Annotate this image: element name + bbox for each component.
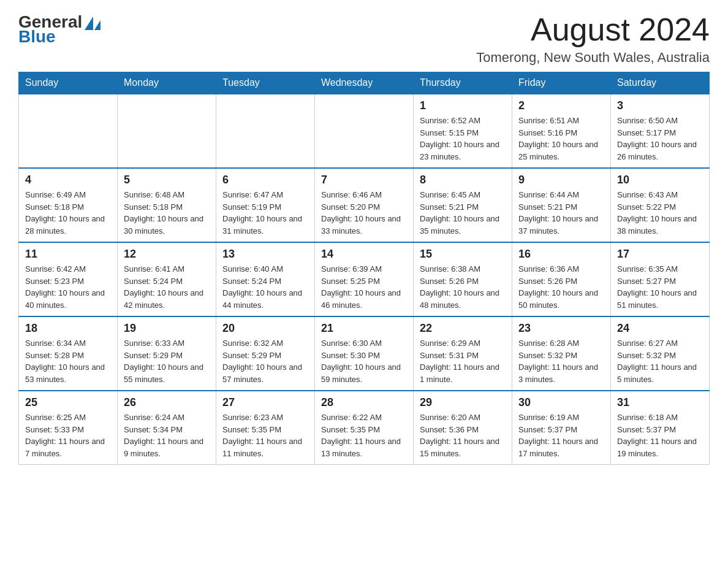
logo: General Blue [18,12,100,47]
day-info: Sunrise: 6:36 AM Sunset: 5:26 PM Dayligh… [518,263,604,311]
day-info: Sunrise: 6:52 AM Sunset: 5:15 PM Dayligh… [420,115,506,163]
logo-triangle2-icon [94,20,100,30]
day-info: Sunrise: 6:35 AM Sunset: 5:27 PM Dayligh… [617,263,703,311]
day-number: 17 [617,248,703,261]
day-number: 6 [222,174,308,186]
day-info: Sunrise: 6:47 AM Sunset: 5:19 PM Dayligh… [222,189,308,237]
day-info: Sunrise: 6:27 AM Sunset: 5:32 PM Dayligh… [617,337,703,385]
day-info: Sunrise: 6:30 AM Sunset: 5:30 PM Dayligh… [321,337,407,385]
day-number: 29 [420,396,506,409]
calendar-cell [118,94,216,168]
calendar-cell: 31Sunrise: 6:18 AM Sunset: 5:37 PM Dayli… [611,391,710,465]
day-info: Sunrise: 6:38 AM Sunset: 5:26 PM Dayligh… [420,263,506,311]
day-info: Sunrise: 6:43 AM Sunset: 5:22 PM Dayligh… [617,189,703,237]
day-number: 20 [222,322,308,335]
day-info: Sunrise: 6:20 AM Sunset: 5:36 PM Dayligh… [420,412,506,459]
weekday-header-sunday: Sunday [19,72,118,94]
day-number: 30 [518,396,604,409]
calendar-cell: 20Sunrise: 6:32 AM Sunset: 5:29 PM Dayli… [216,316,315,391]
day-number: 9 [518,174,604,186]
calendar-cell [315,94,414,168]
calendar-cell: 12Sunrise: 6:41 AM Sunset: 5:24 PM Dayli… [118,242,216,316]
calendar-cell: 10Sunrise: 6:43 AM Sunset: 5:22 PM Dayli… [611,168,710,242]
day-number: 11 [25,248,111,261]
calendar-cell: 29Sunrise: 6:20 AM Sunset: 5:36 PM Dayli… [414,391,512,465]
day-info: Sunrise: 6:33 AM Sunset: 5:29 PM Dayligh… [124,337,210,385]
week-row-5: 25Sunrise: 6:25 AM Sunset: 5:33 PM Dayli… [19,391,710,465]
calendar-cell: 11Sunrise: 6:42 AM Sunset: 5:23 PM Dayli… [19,242,118,316]
calendar-cell: 22Sunrise: 6:29 AM Sunset: 5:31 PM Dayli… [414,316,512,391]
calendar-cell [19,94,118,168]
day-info: Sunrise: 6:18 AM Sunset: 5:37 PM Dayligh… [617,412,703,459]
calendar-cell: 3Sunrise: 6:50 AM Sunset: 5:17 PM Daylig… [611,94,710,168]
weekday-header-thursday: Thursday [414,72,512,94]
calendar-cell: 9Sunrise: 6:44 AM Sunset: 5:21 PM Daylig… [512,168,611,242]
day-info: Sunrise: 6:41 AM Sunset: 5:24 PM Dayligh… [124,263,210,311]
day-number: 2 [518,99,604,112]
day-number: 7 [321,174,407,186]
calendar-cell: 24Sunrise: 6:27 AM Sunset: 5:32 PM Dayli… [611,316,710,391]
day-number: 14 [321,248,407,261]
weekday-header-wednesday: Wednesday [315,72,414,94]
location-title: Tomerong, New South Wales, Australia [476,50,710,66]
calendar-header-row: SundayMondayTuesdayWednesdayThursdayFrid… [19,72,710,94]
weekday-header-monday: Monday [118,72,216,94]
logo-blue-text: Blue [18,27,56,47]
day-number: 19 [124,322,210,335]
week-row-4: 18Sunrise: 6:34 AM Sunset: 5:28 PM Dayli… [19,316,710,391]
calendar-cell: 30Sunrise: 6:19 AM Sunset: 5:37 PM Dayli… [512,391,611,465]
day-info: Sunrise: 6:25 AM Sunset: 5:33 PM Dayligh… [25,412,111,459]
day-number: 21 [321,322,407,335]
calendar-cell: 27Sunrise: 6:23 AM Sunset: 5:35 PM Dayli… [216,391,315,465]
calendar-cell: 28Sunrise: 6:22 AM Sunset: 5:35 PM Dayli… [315,391,414,465]
day-number: 10 [617,174,703,186]
calendar-cell: 17Sunrise: 6:35 AM Sunset: 5:27 PM Dayli… [611,242,710,316]
day-info: Sunrise: 6:23 AM Sunset: 5:35 PM Dayligh… [222,412,308,459]
day-info: Sunrise: 6:32 AM Sunset: 5:29 PM Dayligh… [222,337,308,385]
day-number: 25 [25,396,111,409]
page-header: General Blue August 2024 Tomerong, New S… [18,12,710,66]
calendar-cell: 7Sunrise: 6:46 AM Sunset: 5:20 PM Daylig… [315,168,414,242]
week-row-1: 1Sunrise: 6:52 AM Sunset: 5:15 PM Daylig… [19,94,710,168]
day-number: 15 [420,248,506,261]
day-info: Sunrise: 6:28 AM Sunset: 5:32 PM Dayligh… [518,337,604,385]
calendar-cell: 19Sunrise: 6:33 AM Sunset: 5:29 PM Dayli… [118,316,216,391]
calendar-cell: 13Sunrise: 6:40 AM Sunset: 5:24 PM Dayli… [216,242,315,316]
calendar-cell: 14Sunrise: 6:39 AM Sunset: 5:25 PM Dayli… [315,242,414,316]
day-info: Sunrise: 6:46 AM Sunset: 5:20 PM Dayligh… [321,189,407,237]
calendar-cell: 8Sunrise: 6:45 AM Sunset: 5:21 PM Daylig… [414,168,512,242]
calendar-cell: 26Sunrise: 6:24 AM Sunset: 5:34 PM Dayli… [118,391,216,465]
calendar-cell: 1Sunrise: 6:52 AM Sunset: 5:15 PM Daylig… [414,94,512,168]
logo-triangle-icon [85,17,93,30]
calendar-cell: 5Sunrise: 6:48 AM Sunset: 5:18 PM Daylig… [118,168,216,242]
weekday-header-tuesday: Tuesday [216,72,315,94]
weekday-header-saturday: Saturday [611,72,710,94]
day-info: Sunrise: 6:40 AM Sunset: 5:24 PM Dayligh… [222,263,308,311]
day-number: 1 [420,99,506,112]
day-number: 31 [617,396,703,409]
day-number: 18 [25,322,111,335]
day-info: Sunrise: 6:34 AM Sunset: 5:28 PM Dayligh… [25,337,111,385]
calendar-cell: 4Sunrise: 6:49 AM Sunset: 5:18 PM Daylig… [19,168,118,242]
day-info: Sunrise: 6:49 AM Sunset: 5:18 PM Dayligh… [25,189,111,237]
calendar-cell [216,94,315,168]
calendar-cell: 23Sunrise: 6:28 AM Sunset: 5:32 PM Dayli… [512,316,611,391]
day-info: Sunrise: 6:29 AM Sunset: 5:31 PM Dayligh… [420,337,506,385]
day-info: Sunrise: 6:51 AM Sunset: 5:16 PM Dayligh… [518,115,604,163]
day-info: Sunrise: 6:24 AM Sunset: 5:34 PM Dayligh… [124,412,210,459]
day-info: Sunrise: 6:45 AM Sunset: 5:21 PM Dayligh… [420,189,506,237]
calendar-cell: 25Sunrise: 6:25 AM Sunset: 5:33 PM Dayli… [19,391,118,465]
day-number: 3 [617,99,703,112]
day-number: 13 [222,248,308,261]
day-number: 23 [518,322,604,335]
day-info: Sunrise: 6:19 AM Sunset: 5:37 PM Dayligh… [518,412,604,459]
day-number: 8 [420,174,506,186]
day-number: 4 [25,174,111,186]
calendar-cell: 16Sunrise: 6:36 AM Sunset: 5:26 PM Dayli… [512,242,611,316]
calendar-cell: 2Sunrise: 6:51 AM Sunset: 5:16 PM Daylig… [512,94,611,168]
week-row-2: 4Sunrise: 6:49 AM Sunset: 5:18 PM Daylig… [19,168,710,242]
calendar-cell: 18Sunrise: 6:34 AM Sunset: 5:28 PM Dayli… [19,316,118,391]
day-number: 16 [518,248,604,261]
calendar-table: SundayMondayTuesdayWednesdayThursdayFrid… [18,72,710,465]
day-number: 5 [124,174,210,186]
